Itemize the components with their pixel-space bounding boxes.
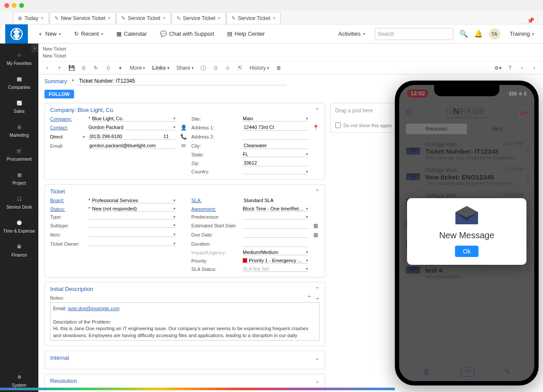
impact-select[interactable]: Medium/Medium▾: [243, 250, 308, 255]
status-select[interactable]: New (not responded)▾: [92, 206, 176, 212]
ok-button[interactable]: Ok: [455, 246, 479, 257]
calendar-icon[interactable]: ▦: [312, 232, 319, 238]
camera-icon[interactable]: ⎙: [211, 64, 220, 72]
company-select[interactable]: Blue Light, Co.▾: [92, 116, 176, 122]
sidebar-item-service-desk[interactable]: 🎧Service Desk: [0, 190, 38, 214]
sidebar-collapse[interactable]: ›: [31, 44, 38, 52]
avatar[interactable]: TA: [489, 28, 500, 40]
dropdown-icon[interactable]: ▾: [116, 64, 125, 72]
phone-type-select[interactable]: Direct▾: [50, 134, 85, 139]
person-icon[interactable]: 👤: [179, 125, 188, 131]
sidebar-item-time-expense[interactable]: 🕓Time & Expense: [0, 214, 38, 238]
back-button[interactable]: ‹: [43, 64, 51, 72]
contact-label[interactable]: Contact:: [50, 125, 85, 130]
site-select[interactable]: Main▾: [243, 116, 308, 122]
contact-select[interactable]: Gordon Packard▾: [88, 125, 176, 130]
item-select[interactable]: ▾: [88, 232, 176, 237]
activities-button[interactable]: Activities▾: [335, 29, 368, 39]
search-input[interactable]: Search: [375, 28, 453, 40]
sidebar-item-marketing[interactable]: ◎Marketing: [0, 118, 38, 142]
phone-icon[interactable]: 📞: [179, 134, 188, 140]
summary-input[interactable]: [77, 77, 286, 85]
chat-button[interactable]: 💬Chat with Support: [156, 29, 217, 39]
breadcrumb-item[interactable]: New Ticket: [43, 52, 539, 59]
duration-input[interactable]: [243, 240, 308, 247]
close-window[interactable]: [4, 3, 9, 8]
chevron-down-icon[interactable]: ⌄: [316, 295, 319, 300]
email-input[interactable]: [88, 142, 176, 149]
card-header-internal[interactable]: Internal⌄: [50, 355, 319, 364]
status-label[interactable]: Status:: [50, 206, 85, 212]
next-button[interactable]: ›: [530, 64, 539, 72]
refresh-button[interactable]: ↻: [92, 64, 100, 72]
card-header-company[interactable]: Company: Blue Light, Co.⌃: [50, 107, 319, 116]
share-menu[interactable]: Share▾: [175, 64, 196, 72]
calendar-icon[interactable]: ▦: [312, 223, 319, 229]
links-menu[interactable]: Links▾: [150, 64, 171, 72]
help-button[interactable]: ▤Help Center: [224, 29, 268, 39]
due-date-input[interactable]: [243, 231, 308, 238]
add-button[interactable]: ＋: [55, 64, 64, 72]
sla-status-select[interactable]: SLA Not Set▾: [243, 266, 308, 272]
search-icon[interactable]: 🔍: [459, 30, 468, 38]
prev-button[interactable]: ‹: [518, 64, 526, 72]
more-menu[interactable]: More▾: [128, 64, 147, 72]
phone-input[interactable]: [88, 133, 161, 140]
sidebar-item-finance[interactable]: 🏛Finance: [0, 238, 38, 262]
mail-icon[interactable]: ✉: [179, 143, 188, 149]
city-input[interactable]: [243, 142, 308, 149]
trash-icon[interactable]: 🗑: [275, 64, 283, 72]
external-icon[interactable]: ⇱: [236, 64, 244, 72]
tab-service-ticket-2[interactable]: ✎Service Ticket×: [172, 12, 226, 24]
app-logo[interactable]: [5, 24, 28, 44]
company-label[interactable]: Company:: [50, 116, 85, 122]
country-select[interactable]: ▾: [243, 169, 308, 174]
est-start-input[interactable]: [243, 222, 308, 229]
close-icon[interactable]: ×: [41, 15, 44, 21]
sidebar-item-procurement[interactable]: 🛒Procurement: [0, 142, 38, 166]
print-button[interactable]: ⎙: [104, 64, 112, 72]
close-icon[interactable]: ×: [217, 15, 221, 21]
predecessor-select[interactable]: ▾: [243, 215, 308, 220]
card-header-description[interactable]: Initial Description⌃: [50, 286, 319, 295]
new-button[interactable]: ＋New▾: [34, 28, 64, 40]
agreement-label[interactable]: Agreement:: [191, 206, 239, 212]
sidebar-item-sales[interactable]: 📈Sales: [0, 94, 38, 118]
clock-icon[interactable]: 🕓: [199, 64, 208, 72]
card-header-ticket[interactable]: Ticket⌃: [50, 188, 319, 197]
bell-icon[interactable]: 🔔: [474, 30, 483, 38]
ext-input[interactable]: [163, 133, 176, 140]
card-header-resolution[interactable]: Resolution⌄: [50, 378, 319, 387]
addr2-input[interactable]: [243, 133, 308, 140]
breadcrumb-item[interactable]: New Ticket: [43, 45, 539, 52]
tab-service-ticket-3[interactable]: ✎Service Ticket×: [227, 12, 281, 24]
addr1-input[interactable]: [243, 124, 308, 131]
notes-textarea[interactable]: Email: jane.doe@example.com Description …: [50, 302, 319, 341]
user-menu[interactable]: Training▾: [506, 29, 538, 39]
follow-button[interactable]: FOLLOW: [44, 90, 74, 98]
agreement-select[interactable]: Block Time - One time/Retainer for▾: [243, 206, 308, 212]
maximize-window[interactable]: [19, 3, 24, 8]
map-pin-icon[interactable]: 📍: [312, 125, 319, 131]
close-icon[interactable]: ×: [163, 15, 166, 21]
user-icon[interactable]: ☺: [224, 64, 232, 72]
history-menu[interactable]: History▾: [248, 64, 271, 72]
pin-icon[interactable]: 📌: [527, 17, 534, 24]
minimize-window[interactable]: [12, 3, 17, 8]
tab-today[interactable]: ⊕Today×: [13, 12, 49, 24]
owner-select[interactable]: ▾: [88, 241, 176, 246]
priority-select[interactable]: Priority 1 - Emergency Resp...▾: [243, 258, 308, 264]
email-link[interactable]: jane.doe@example.com: [68, 306, 120, 311]
zip-input[interactable]: [243, 160, 308, 166]
recent-button[interactable]: ↻Recent▾: [71, 29, 107, 39]
tab-new-service-ticket[interactable]: ✎New Service Ticket×: [50, 12, 116, 24]
save-button[interactable]: 💾: [67, 64, 76, 72]
sla-label[interactable]: SLA:: [191, 198, 239, 203]
chevron-up-icon[interactable]: ⌃: [307, 295, 311, 300]
close-icon[interactable]: ×: [108, 15, 111, 21]
save-close-button[interactable]: ⎘: [79, 64, 88, 72]
state-select[interactable]: FL▾: [243, 152, 308, 157]
subtype-select[interactable]: ▾: [88, 223, 176, 228]
close-icon[interactable]: ×: [273, 15, 276, 21]
type-select[interactable]: ▾: [88, 215, 176, 220]
